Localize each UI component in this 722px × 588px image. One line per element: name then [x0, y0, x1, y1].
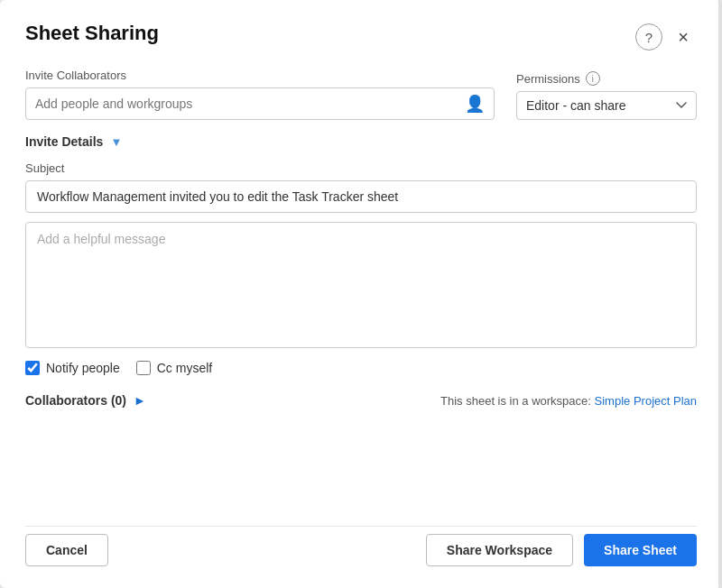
- invite-permissions-row: Invite Collaborators 👤 Permissions i Vie…: [25, 69, 697, 120]
- header-icons: ? ×: [635, 23, 697, 51]
- collaborators-expand-icon[interactable]: ►: [134, 393, 146, 408]
- message-textarea[interactable]: [25, 222, 697, 348]
- sheet-sharing-dialog: Sheet Sharing ? × Invite Collaborators 👤…: [0, 0, 722, 588]
- workspace-link[interactable]: Simple Project Plan: [595, 394, 697, 408]
- invite-label: Invite Collaborators: [25, 69, 495, 82]
- invite-input[interactable]: [35, 96, 465, 111]
- footer-right-buttons: Share Workspace Share Sheet: [426, 534, 697, 566]
- subject-label: Subject: [25, 161, 697, 175]
- close-button[interactable]: ×: [670, 23, 697, 51]
- cc-myself-checkbox[interactable]: [136, 361, 151, 375]
- invite-details-toggle[interactable]: Invite Details ▼: [25, 134, 697, 149]
- chevron-down-icon: ▼: [110, 135, 122, 149]
- invite-section: Invite Collaborators 👤: [25, 69, 495, 120]
- cancel-button[interactable]: Cancel: [25, 534, 108, 566]
- collaborators-left: Collaborators (0) ►: [25, 393, 146, 408]
- dialog-title: Sheet Sharing: [25, 22, 159, 45]
- invite-input-wrap[interactable]: 👤: [25, 87, 495, 120]
- close-icon: ×: [678, 27, 689, 48]
- invite-details-label: Invite Details: [25, 134, 103, 149]
- share-workspace-button[interactable]: Share Workspace: [426, 534, 573, 566]
- collaborators-row: Collaborators (0) ► This sheet is in a w…: [25, 390, 697, 408]
- notify-people-checkbox[interactable]: [25, 361, 40, 375]
- cc-myself-label[interactable]: Cc myself: [136, 361, 212, 375]
- share-sheet-button[interactable]: Share Sheet: [584, 534, 697, 566]
- collaborators-label: Collaborators (0): [25, 393, 126, 408]
- help-icon: ?: [645, 30, 653, 45]
- subject-input[interactable]: [25, 180, 697, 213]
- permissions-label: Permissions i: [516, 71, 697, 86]
- permissions-info-icon[interactable]: i: [586, 71, 600, 86]
- scroll-indicator: [718, 0, 722, 588]
- person-icon: 👤: [465, 94, 485, 114]
- permissions-select[interactable]: Viewer Editor Editor - can share Admin: [516, 91, 697, 120]
- help-button[interactable]: ?: [635, 23, 662, 51]
- permissions-section: Permissions i Viewer Editor Editor - can…: [516, 71, 697, 120]
- notify-row: Notify people Cc myself: [25, 361, 697, 375]
- dialog-header: Sheet Sharing ? ×: [25, 22, 697, 51]
- dialog-footer: Cancel Share Workspace Share Sheet: [25, 526, 697, 566]
- workspace-info: This sheet is in a workspace: Simple Pro…: [440, 394, 697, 408]
- notify-people-label[interactable]: Notify people: [25, 361, 120, 375]
